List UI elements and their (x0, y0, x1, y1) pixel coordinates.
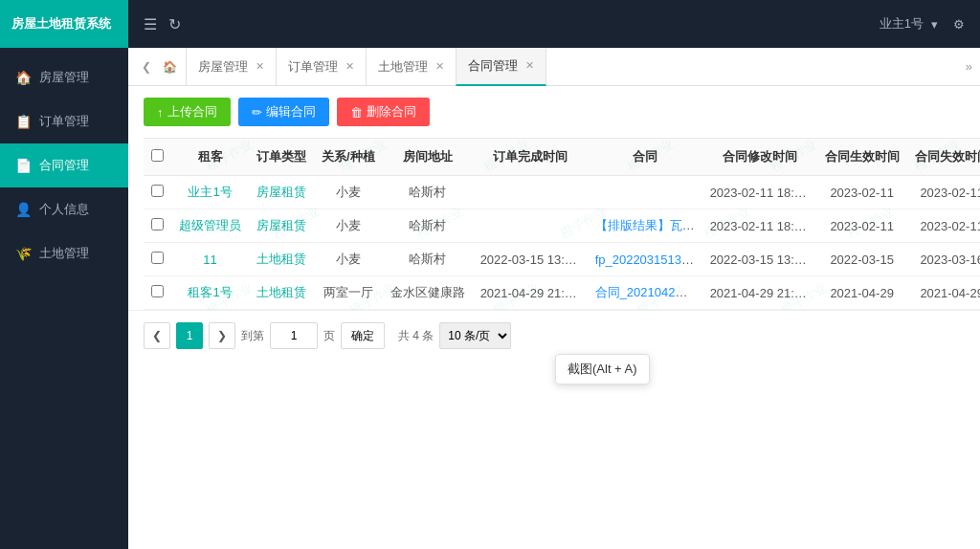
tab-house[interactable]: 房屋管理 ✕ (186, 48, 277, 86)
tab-nav-left[interactable]: ❮ (136, 60, 157, 74)
app-logo: 房屋土地租赁系统 (0, 0, 128, 48)
table-header: 租客 订单类型 关系/种植 房间地址 订单完成时间 合同 合同修改时间 合同生效… (144, 139, 980, 176)
cell-effect-time: 2022-03-15 (817, 243, 907, 276)
page-unit: 页 (323, 328, 335, 344)
tab-contract-close[interactable]: ✕ (525, 59, 534, 72)
col-contract: 合同 (588, 139, 702, 176)
select-all-checkbox[interactable] (151, 149, 164, 162)
cell-address: 哈斯村 (383, 176, 473, 209)
cell-order-type: 土地租赁 (249, 276, 314, 310)
cell-complete-time: 2022-03-15 13:44:... (473, 243, 588, 276)
cell-expire-time: 2023-02-11 (907, 209, 980, 243)
delete-btn[interactable]: 🗑 删除合同 (337, 98, 430, 126)
topbar-right[interactable]: 业主1号 ▾ ⚙ (880, 15, 965, 33)
cell-order-type: 土地租赁 (249, 243, 314, 276)
cell-address: 哈斯村 (383, 243, 473, 276)
cell-address: 哈斯村 (383, 209, 473, 243)
page-goto-input[interactable] (270, 322, 318, 349)
settings-icon[interactable]: ⚙ (953, 17, 965, 32)
sidebar-menu: 🏠 房屋管理 📋 订单管理 📄 合同管理 👤 个人信息 🌾 土地管理 (0, 48, 128, 549)
cell-order-type: 房屋租赁 (249, 209, 314, 243)
cell-modify-time: 2023-02-11 18:26:... (702, 176, 817, 209)
cell-tenant: 11 (171, 243, 249, 276)
goto-label: 到第 (241, 328, 264, 344)
menu-icon[interactable]: ☰ (144, 15, 157, 33)
main-content: ☰ ↻ 业主1号 ▾ ⚙ ❮ 🏠 房屋管理 ✕ 订单管理 ✕ 土地管理 ✕ 合同… (128, 0, 980, 549)
row-checkbox[interactable] (151, 285, 164, 297)
per-page-select[interactable]: 10 条/页 20 条/页 50 条/页 (439, 322, 511, 349)
cell-contract: fp_202203151349... (588, 243, 702, 276)
profile-icon: 👤 (15, 202, 32, 217)
tooltip-text: 截图(Alt + A) (568, 362, 637, 376)
cell-expire-time: 2021-04-29 (907, 276, 980, 310)
cell-effect-time: 2021-04-29 (817, 276, 907, 310)
col-complete-time: 订单完成时间 (473, 139, 588, 176)
table-row: 业主1号 房屋租赁 小麦 哈斯村 2023-02-11 18:26:... 20… (144, 176, 980, 209)
action-bar: ↑ 上传合同 ✏ 编辑合同 🗑 删除合同 (128, 86, 980, 138)
cell-contract (588, 176, 702, 209)
topbar-left: ☰ ↻ (144, 15, 181, 33)
col-address: 房间地址 (383, 139, 473, 176)
tab-land[interactable]: 土地管理 ✕ (366, 48, 457, 86)
total-info: 共 4 条 (398, 328, 434, 344)
sidebar-item-order[interactable]: 📋 订单管理 (0, 99, 128, 143)
edit-icon: ✏ (252, 105, 262, 120)
upload-btn[interactable]: ↑ 上传合同 (144, 98, 231, 126)
sidebar-item-house[interactable]: 🏠 房屋管理 (0, 55, 128, 99)
page-prev-btn[interactable]: ❮ (144, 322, 170, 349)
cell-tenant: 租客1号 (171, 276, 249, 310)
contract-icon: 📄 (15, 158, 32, 173)
sidebar-item-profile[interactable]: 👤 个人信息 (0, 187, 128, 231)
col-relation: 关系/种植 (314, 139, 383, 176)
cell-relation: 小麦 (314, 176, 383, 209)
col-tenant: 租客 (171, 139, 249, 176)
cell-relation: 小麦 (314, 209, 383, 243)
table-container: 橙子作业 橙子作业 橙子作业 橙子作业 橙子作业 橙子作业 橙子作业 橙子作业 … (128, 138, 980, 310)
tab-house-close[interactable]: ✕ (256, 60, 264, 73)
tab-contract[interactable]: 合同管理 ✕ (456, 48, 546, 86)
row-checkbox[interactable] (151, 218, 164, 231)
cell-modify-time: 2022-03-15 13:49:... (702, 243, 817, 276)
sidebar-item-contract[interactable]: 📄 合同管理 (0, 143, 128, 187)
cell-contract: 【排版结果】瓦斯... (588, 209, 702, 243)
table-row: 11 土地租赁 小麦 哈斯村 2022-03-15 13:44:... fp_2… (144, 243, 980, 276)
topbar: ☰ ↻ 业主1号 ▾ ⚙ (128, 0, 980, 48)
land-icon: 🌾 (15, 246, 32, 261)
sidebar: 房屋土地租赁系统 🏠 房屋管理 📋 订单管理 📄 合同管理 👤 个人信息 🌾 土… (0, 0, 128, 549)
col-checkbox (144, 139, 171, 176)
cell-tenant: 超级管理员 (171, 209, 249, 243)
data-table: 租客 订单类型 关系/种植 房间地址 订单完成时间 合同 合同修改时间 合同生效… (144, 138, 980, 310)
tooltip-popup: 截图(Alt + A) (555, 354, 650, 384)
user-dropdown-icon[interactable]: ▾ (931, 17, 938, 32)
tab-nav-home[interactable]: 🏠 (157, 60, 183, 74)
cell-effect-time: 2023-02-11 (817, 176, 907, 209)
col-order-type: 订单类型 (249, 139, 314, 176)
refresh-icon[interactable]: ↻ (168, 15, 181, 33)
cell-order-type: 房屋租赁 (249, 176, 314, 209)
cell-expire-time: 2023-03-16 (907, 243, 980, 276)
pagination: ❮ 1 ❯ 到第 页 确定 共 4 条 10 条/页 20 条/页 50 条/页 (128, 310, 980, 361)
cell-complete-time: 2021-04-29 21:54:... (473, 276, 588, 310)
cell-modify-time: 2021-04-29 21:28:... (702, 276, 817, 310)
tabbar: ❮ 🏠 房屋管理 ✕ 订单管理 ✕ 土地管理 ✕ 合同管理 ✕ » (128, 48, 980, 86)
tab-order-close[interactable]: ✕ (345, 60, 354, 73)
tab-order[interactable]: 订单管理 ✕ (276, 48, 367, 86)
col-expire-time: 合同失效时间 (907, 139, 980, 176)
tab-land-close[interactable]: ✕ (435, 60, 444, 73)
cell-tenant: 业主1号 (171, 176, 249, 209)
edit-btn[interactable]: ✏ 编辑合同 (238, 98, 329, 126)
cell-expire-time: 2023-02-11 (907, 176, 980, 209)
user-name: 业主1号 (880, 15, 924, 33)
tab-more[interactable]: » (966, 59, 972, 74)
page-1-btn[interactable]: 1 (176, 322, 203, 349)
row-checkbox[interactable] (151, 252, 164, 264)
col-modify-time: 合同修改时间 (702, 139, 817, 176)
cell-complete-time (473, 209, 588, 243)
delete-icon: 🗑 (350, 105, 363, 120)
page-next-btn[interactable]: ❯ (209, 322, 235, 349)
sidebar-item-land[interactable]: 🌾 土地管理 (0, 231, 128, 275)
content-area: ↑ 上传合同 ✏ 编辑合同 🗑 删除合同 橙子作业 橙子作业 橙子作业 橙子作业… (128, 86, 980, 549)
cell-relation: 小麦 (314, 243, 383, 276)
row-checkbox[interactable] (151, 185, 164, 197)
page-confirm-btn[interactable]: 确定 (341, 322, 385, 349)
